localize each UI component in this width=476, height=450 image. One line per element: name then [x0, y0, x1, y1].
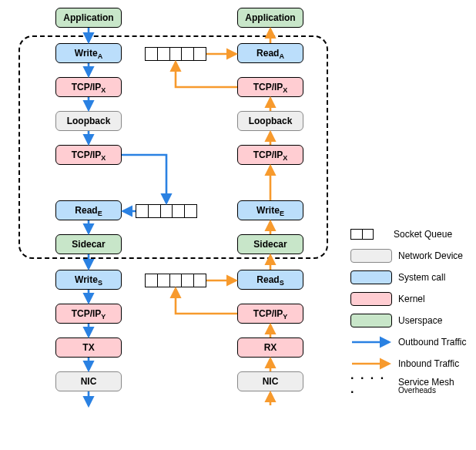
right-write-e: WriteE: [237, 200, 303, 220]
right-tcpip-x-2: TCP/IPX: [237, 145, 303, 165]
label: TCP/IPY: [72, 308, 106, 319]
label: Application: [63, 12, 113, 23]
label: WriteA: [75, 48, 102, 59]
label: ReadS: [256, 274, 283, 285]
right-loopback: Loopback: [237, 111, 303, 131]
label: Sidecar: [72, 239, 105, 250]
legend-kernel-swatch: [350, 292, 392, 306]
label: Loopback: [249, 116, 293, 126]
label: WriteE: [256, 205, 284, 216]
right-tcpip-y: TCP/IPY: [237, 304, 303, 324]
legend: Socket Queue Network Device System call …: [350, 223, 474, 396]
right-sidecar: Sidecar: [237, 234, 303, 254]
left-tcpip-y: TCP/IPY: [55, 304, 122, 324]
right-nic: NIC: [237, 371, 303, 391]
label: TCP/IPX: [72, 149, 106, 160]
left-nic: NIC: [55, 371, 122, 391]
label: RX: [264, 342, 277, 353]
left-tcpip-x-1: TCP/IPX: [55, 77, 122, 97]
label: NIC: [81, 376, 97, 387]
right-tcpip-x-1: TCP/IPX: [237, 77, 303, 97]
legend-overheads: Service Mesh Overheads: [398, 377, 454, 395]
label: TCP/IPX: [72, 82, 106, 92]
legend-outbound: Outbound Traffic: [398, 337, 467, 348]
right-rx: RX: [237, 338, 303, 358]
label: Loopback: [67, 116, 111, 126]
left-tcpip-x-2: TCP/IPX: [55, 145, 122, 165]
legend-outbound-arrow-icon: [350, 337, 392, 348]
legend-queue-icon: [350, 229, 374, 240]
label: ReadA: [256, 48, 284, 59]
right-bottom-socket-queue: [145, 274, 206, 287]
legend-system-call: System call: [398, 272, 445, 283]
label: TX: [82, 342, 94, 353]
left-read-e: ReadE: [55, 200, 122, 220]
label: ReadE: [75, 205, 102, 216]
left-tx: TX: [55, 338, 122, 358]
label: TCP/IPY: [253, 308, 288, 319]
legend-inbound: Inbound Traffic: [398, 358, 459, 369]
right-application: Application: [237, 8, 303, 28]
label: TCP/IPX: [253, 149, 288, 160]
legend-userspace-swatch: [350, 314, 392, 327]
left-socket-queue: [136, 204, 197, 218]
left-sidecar: Sidecar: [55, 234, 122, 254]
label: NIC: [263, 376, 279, 387]
legend-syscall-swatch: [350, 270, 392, 284]
legend-dashed-icon: · · · · ·: [350, 371, 392, 399]
left-application: Application: [55, 8, 122, 28]
left-write-s: WriteS: [55, 270, 122, 290]
legend-userspace: Userspace: [398, 315, 442, 326]
right-read-s: ReadS: [237, 270, 303, 290]
legend-network-device: Network Device: [398, 250, 463, 261]
label: Application: [245, 12, 295, 23]
label: WriteS: [75, 274, 102, 285]
legend-kernel: Kernel: [398, 294, 425, 304]
left-loopback: Loopback: [55, 111, 122, 131]
network-stack-diagram: Application WriteA TCP/IPX Loopback TCP/…: [6, 6, 360, 445]
legend-inbound-arrow-icon: [350, 358, 392, 369]
legend-device-swatch: [350, 249, 392, 263]
right-read-a: ReadA: [237, 43, 303, 63]
right-top-socket-queue: [145, 47, 206, 61]
legend-socket-queue: Socket Queue: [394, 229, 452, 240]
label: Sidecar: [253, 239, 287, 250]
label: TCP/IPX: [253, 82, 288, 92]
left-write-a: WriteA: [55, 43, 122, 63]
